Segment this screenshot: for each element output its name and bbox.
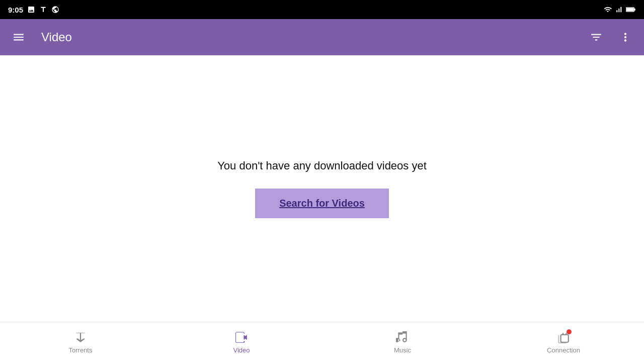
battery-icon	[626, 6, 636, 14]
music-icon	[395, 330, 410, 344]
bottom-nav: Torrents Video Music Connection	[0, 322, 644, 362]
app-bar: Video	[0, 19, 644, 55]
empty-state-message: You don't have any downloaded videos yet	[217, 159, 427, 172]
status-bar: 9:05	[0, 0, 644, 19]
filter-button[interactable]	[586, 27, 607, 48]
torrents-icon	[73, 330, 88, 344]
connection-badge	[567, 329, 572, 334]
nav-item-music[interactable]: Music	[322, 322, 483, 362]
page-title: Video	[41, 30, 586, 44]
nav-video-label: Video	[233, 346, 250, 354]
nav-music-label: Music	[394, 346, 411, 354]
hamburger-menu-button[interactable]	[8, 27, 29, 48]
svg-rect-2	[626, 8, 634, 12]
signal-icon	[615, 6, 623, 14]
nav-connection-label: Connection	[547, 346, 580, 354]
vpn-icon	[51, 6, 59, 14]
status-bar-left: 9:05	[8, 6, 59, 14]
search-for-videos-button[interactable]: Search for Videos	[255, 189, 389, 218]
hamburger-icon	[12, 31, 25, 44]
more-options-button[interactable]	[615, 27, 636, 48]
status-bar-right	[604, 6, 636, 14]
main-content: You don't have any downloaded videos yet…	[0, 55, 644, 322]
more-vertical-icon	[619, 31, 632, 44]
app-bar-actions	[586, 27, 636, 48]
nav-item-torrents[interactable]: Torrents	[0, 322, 161, 362]
video-nav-icon	[234, 330, 249, 344]
nav-item-video[interactable]: Video	[161, 322, 322, 362]
nav-torrents-label: Torrents	[69, 346, 93, 354]
connection-icon	[556, 330, 571, 344]
nav-item-connection[interactable]: Connection	[483, 322, 644, 362]
text-icon	[39, 6, 47, 14]
photo-icon	[27, 6, 35, 14]
filter-icon	[590, 31, 603, 44]
search-button-label: Search for Videos	[279, 198, 365, 209]
status-time: 9:05	[8, 6, 23, 14]
svg-rect-1	[634, 9, 635, 11]
wifi-icon	[604, 6, 612, 14]
